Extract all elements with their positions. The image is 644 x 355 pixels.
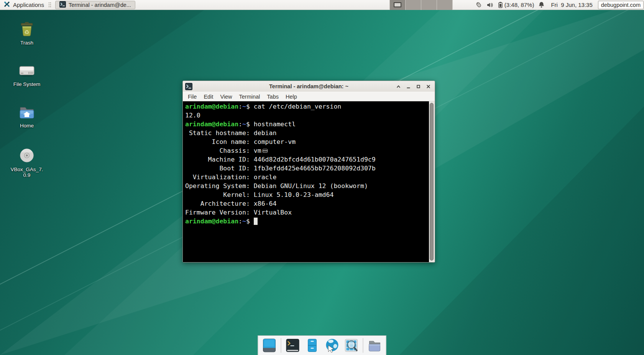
terminal-menubar: File Edit View Terminal Tabs Help: [183, 92, 435, 101]
dock-file-manager-button[interactable]: [304, 337, 320, 353]
terminal-line: arindam@debian:~$ hostnamectl: [185, 120, 429, 129]
desktop-icon-home[interactable]: Home: [8, 103, 45, 129]
top-panel: Applications Terminal - arindam@de...: [0, 0, 644, 10]
volume-icon[interactable]: [486, 2, 493, 8]
terminal-window-icon: [59, 1, 66, 9]
show-desktop-button[interactable]: [261, 337, 278, 353]
taskbar-window-button[interactable]: Terminal - arindam@de...: [55, 1, 135, 9]
workspace-4[interactable]: [437, 0, 453, 10]
terminal-line: Machine ID: 446d82d2bfcd4d61b0070a247651…: [185, 155, 429, 164]
desktop-icon-label: Home: [8, 123, 45, 129]
terminal-line: Architecture: x86-64: [185, 199, 429, 208]
desktop-icon-label: VBox_GAs_7.0.9: [8, 167, 45, 178]
cdrom-icon: [8, 147, 45, 165]
desktop-icon-trash[interactable]: ♻ Trash: [8, 20, 45, 46]
drive-icon: [8, 61, 45, 80]
file-manager-icon: [305, 338, 320, 353]
show-desktop-icon: [262, 338, 277, 353]
panel-handle[interactable]: [48, 2, 51, 8]
application-finder-icon: [344, 338, 359, 353]
web-browser-icon: [324, 338, 340, 353]
terminal-window: Terminal - arindam@debian: ~ File Edit V…: [182, 81, 435, 263]
desktop-icon-file-system[interactable]: File System: [8, 61, 45, 87]
clock[interactable]: Fri 9 Jun, 13:35: [551, 2, 592, 8]
file-folder-icon: [367, 338, 383, 353]
applications-menu-label: Applications: [13, 2, 44, 8]
workspace-1[interactable]: [390, 0, 406, 10]
terminal-window-icon: [185, 83, 192, 90]
menu-edit[interactable]: Edit: [200, 92, 217, 101]
terminal-line: Virtualization: oracle: [185, 173, 429, 182]
mouse-icon[interactable]: [475, 1, 482, 8]
terminal-line: Firmware Version: VirtualBox: [185, 208, 429, 217]
scrollbar-thumb[interactable]: [430, 103, 434, 261]
shade-button[interactable]: [394, 83, 402, 90]
menu-terminal[interactable]: Terminal: [236, 92, 264, 101]
battery-icon: [498, 2, 503, 8]
dock-separator: [363, 338, 363, 353]
desktop-icon-label: Trash: [8, 40, 45, 46]
terminal-line: Kernel: Linux 5.10.0-23-amd64: [185, 190, 429, 199]
maximize-button[interactable]: [414, 83, 422, 90]
window-titlebar[interactable]: Terminal - arindam@debian: ~: [183, 81, 435, 92]
svg-text:♻: ♻: [24, 29, 29, 36]
dock-file-folder-button[interactable]: [367, 337, 383, 353]
terminal-line: arindam@debian:~$ cat /etc/debian_versio…: [185, 102, 429, 111]
terminal-line: Chassis: vm: [185, 146, 429, 155]
battery-indicator[interactable]: (3:48, 87%): [498, 2, 534, 8]
workspace-switcher[interactable]: [389, 0, 453, 10]
menu-view[interactable]: View: [217, 92, 235, 101]
terminal-icon: [285, 338, 301, 353]
battery-status-text: (3:48, 87%): [504, 2, 534, 8]
notification-bell-icon[interactable]: [538, 2, 545, 8]
minimize-button[interactable]: [404, 83, 412, 90]
terminal-scrollbar: [429, 101, 435, 262]
terminal-screen[interactable]: arindam@debian:~$ cat /etc/debian_versio…: [183, 101, 429, 262]
desktop-icon-vbox-cd[interactable]: VBox_GAs_7.0.9: [8, 147, 45, 178]
dock: [258, 335, 386, 355]
system-tray: (3:48, 87%): [475, 1, 545, 8]
menu-tabs[interactable]: Tabs: [263, 92, 282, 101]
terminal-line: Boot ID: 1fb3efdd425e4665bb726208092d307…: [185, 164, 429, 173]
vm-chassis-icon: [263, 149, 268, 153]
desktop[interactable]: Applications Terminal - arindam@de...: [0, 0, 644, 355]
menu-help[interactable]: Help: [282, 92, 301, 101]
host-badge: debugpoint.com: [598, 1, 644, 9]
applications-menu-button[interactable]: Applications: [0, 0, 48, 10]
terminal-line: 12.0: [185, 111, 429, 120]
workspace-window-outline: [394, 2, 401, 7]
menu-file[interactable]: File: [184, 92, 200, 101]
dock-terminal-button[interactable]: [285, 337, 301, 353]
applications-menu-icon: [3, 1, 10, 9]
terminal-line: arindam@debian:~$: [185, 217, 429, 226]
terminal-line: Icon name: computer-vm: [185, 137, 429, 146]
terminal-line: Operating System: Debian GNU/Linux 12 (b…: [185, 182, 429, 190]
home-folder-icon: [8, 103, 45, 121]
dock-app-finder-button[interactable]: [343, 337, 360, 353]
workspace-2[interactable]: [406, 0, 421, 10]
workspace-3[interactable]: [421, 0, 437, 10]
close-button[interactable]: [424, 83, 432, 90]
desktop-icon-label: File System: [8, 81, 45, 87]
taskbar-window-label: Terminal - arindam@de...: [69, 2, 131, 8]
dock-separator: [281, 338, 281, 353]
trash-icon: ♻: [8, 20, 45, 38]
dock-web-browser-button[interactable]: [324, 337, 340, 353]
terminal-line: Static hostname: debian: [185, 129, 429, 137]
